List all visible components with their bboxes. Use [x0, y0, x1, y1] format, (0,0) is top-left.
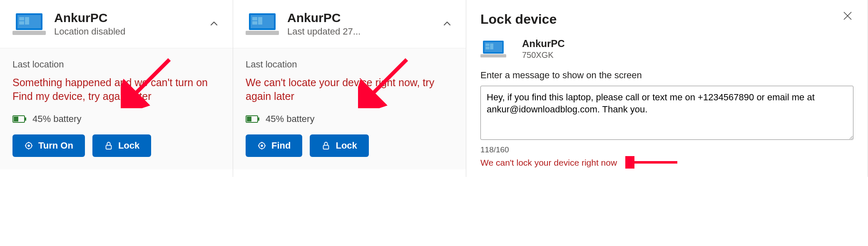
svg-rect-15 — [106, 145, 112, 149]
chevron-up-icon — [442, 19, 452, 29]
section-label: Last location — [12, 59, 220, 70]
device-name: AnkurPC — [522, 38, 565, 50]
battery-text: 45% battery — [266, 114, 314, 124]
button-label: Lock — [336, 140, 357, 151]
lock-icon — [104, 141, 113, 150]
battery-status: 45% battery — [246, 114, 453, 124]
svg-rect-38 — [485, 44, 489, 46]
svg-rect-7 — [25, 117, 26, 121]
device-card-b: AnkurPC Last updated 27... Last location… — [233, 0, 466, 177]
lock-message-input[interactable] — [480, 86, 853, 140]
lock-button[interactable]: Lock — [310, 134, 368, 157]
annotation-arrow-icon — [625, 156, 679, 169]
device-status: Last updated 27... — [287, 26, 361, 37]
svg-rect-3 — [19, 21, 24, 25]
svg-rect-25 — [247, 117, 251, 122]
collapse-button[interactable] — [208, 17, 220, 30]
lock-device-panel: Lock device AnkurPC 750XGK Enter a messa… — [466, 0, 868, 177]
device-summary: AnkurPC 750XGK — [480, 38, 853, 60]
card-header: AnkurPC Location disabled — [0, 0, 233, 48]
device-name: AnkurPC — [54, 11, 125, 25]
battery-icon — [246, 115, 260, 123]
svg-rect-20 — [252, 21, 257, 25]
battery-text: 45% battery — [32, 114, 81, 124]
section-label: Last location — [246, 59, 453, 70]
laptop-icon — [12, 12, 46, 36]
svg-rect-41 — [480, 54, 506, 57]
location-icon — [24, 141, 33, 150]
device-name: AnkurPC — [287, 11, 361, 25]
collapse-button[interactable] — [441, 17, 453, 30]
close-icon — [843, 11, 852, 20]
svg-rect-2 — [19, 17, 24, 20]
card-header: AnkurPC Last updated 27... — [233, 0, 466, 48]
lock-button[interactable]: Lock — [92, 134, 151, 157]
lock-icon — [321, 141, 331, 150]
char-counter: 118/160 — [480, 145, 853, 154]
panel-title: Lock device — [480, 12, 853, 27]
svg-rect-39 — [485, 47, 489, 50]
svg-rect-19 — [252, 17, 257, 20]
svg-point-27 — [261, 144, 263, 147]
button-label: Turn On — [38, 140, 73, 151]
turn-on-button[interactable]: Turn On — [12, 134, 85, 157]
chevron-up-icon — [209, 19, 219, 29]
button-label: Find — [271, 140, 291, 151]
error-message: Something happened and we can't turn on … — [12, 76, 220, 104]
location-icon — [257, 141, 266, 150]
laptop-icon — [480, 39, 506, 58]
svg-rect-32 — [323, 145, 329, 149]
svg-rect-5 — [12, 31, 46, 35]
svg-point-10 — [27, 144, 30, 147]
error-message: We can't locate your device right now, t… — [246, 76, 453, 104]
battery-status: 45% battery — [12, 114, 220, 124]
card-body: Last location We can't locate your devic… — [233, 48, 466, 170]
find-button[interactable]: Find — [246, 134, 302, 157]
svg-rect-24 — [258, 117, 259, 121]
device-card-a: AnkurPC Location disabled Last location … — [0, 0, 233, 177]
message-field-label: Enter a message to show on the screen — [480, 70, 853, 81]
battery-icon — [12, 115, 27, 123]
svg-rect-21 — [258, 17, 262, 25]
button-label: Lock — [118, 140, 139, 151]
svg-rect-40 — [490, 44, 493, 50]
close-button[interactable] — [840, 8, 855, 23]
card-body: Last location Something happened and we … — [0, 48, 233, 170]
svg-rect-8 — [14, 117, 18, 122]
device-model: 750XGK — [522, 50, 565, 60]
svg-rect-22 — [246, 31, 279, 35]
svg-rect-4 — [25, 17, 29, 25]
laptop-icon — [246, 12, 279, 36]
device-status: Location disabled — [54, 26, 125, 37]
error-message: We can't lock your device right now — [480, 158, 617, 168]
